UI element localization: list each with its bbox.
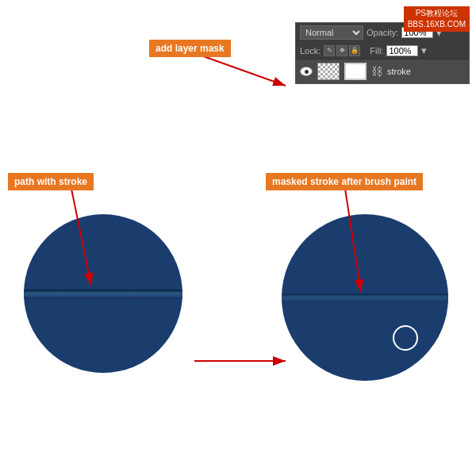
dropdown-arrow-fill: ▾ (421, 44, 427, 56)
lock-label: Lock: (300, 46, 321, 56)
stroke-line-left (24, 290, 182, 299)
masked-stroke-label: masked stroke after brush paint (266, 173, 423, 190)
lock-icon-2[interactable]: ✥ (336, 45, 347, 56)
layer-mask-thumbnail (344, 63, 367, 80)
circle-left (24, 214, 182, 373)
watermark-line1: PS教程论坛 (408, 8, 466, 19)
watermark-line2: BBS.16XB.COM (408, 19, 466, 30)
layer-name-label: stroke (387, 67, 411, 76)
circle-right (282, 214, 448, 381)
lock-icons: ✎ ✥ 🔒 (324, 45, 360, 56)
brush-circle-indicator (393, 325, 418, 351)
lock-icon-1[interactable]: ✎ (324, 45, 335, 56)
layer-visibility-icon[interactable] (300, 67, 313, 76)
panel-row-lock: Lock: ✎ ✥ 🔒 Fill: ▾ (296, 42, 469, 59)
layer-chain-icon: ⛓ (371, 65, 382, 78)
fill-input[interactable] (386, 45, 418, 56)
path-with-stroke-label: path with stroke (8, 173, 94, 190)
panel-row-layer: ⛓ stroke (296, 59, 469, 83)
stroke-line-right (282, 294, 448, 303)
blend-mode-select[interactable]: Normal (300, 25, 363, 40)
watermark: PS教程论坛 BBS.16XB.COM (404, 6, 470, 32)
opacity-label: Opacity: (367, 28, 398, 37)
add-layer-mask-label: add layer mask (149, 40, 231, 57)
layer-thumbnail-checker (317, 63, 340, 80)
lock-icon-3[interactable]: 🔒 (349, 45, 360, 56)
fill-label: Fill: (370, 46, 383, 56)
arrow-add-layer-mask (197, 54, 286, 86)
